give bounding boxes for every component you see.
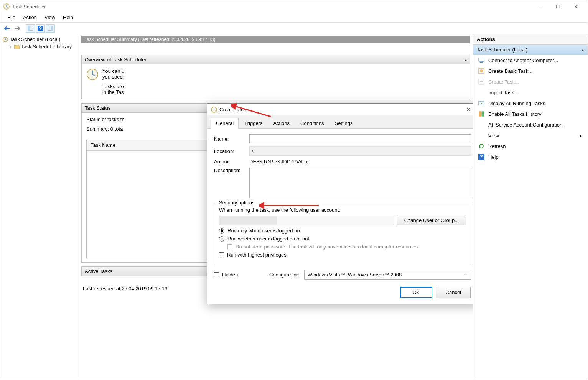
when-running-label: When running the task, use the following… — [219, 207, 466, 213]
tab-conditions[interactable]: Conditions — [295, 118, 329, 128]
security-legend: Security options — [217, 200, 256, 206]
configure-for-select[interactable]: Windows Vista™, Windows Server™ 2008 — [304, 270, 471, 280]
forward-button[interactable] — [13, 24, 22, 33]
radio-run-logged-on-label: Run only when user is logged on — [227, 228, 300, 234]
action-display-running-label: Display All Running Tasks — [488, 100, 545, 106]
change-user-button[interactable]: Change User or Group... — [397, 215, 466, 225]
titlebar: Task Scheduler — ☐ ✕ — [0, 0, 588, 13]
submenu-arrow-icon: ▸ — [580, 133, 582, 138]
author-label: Author: — [214, 159, 245, 165]
tab-actions[interactable]: Actions — [268, 118, 295, 128]
no-store-password-label: Do not store password. The task will onl… — [236, 244, 419, 250]
user-account-display — [219, 216, 394, 225]
checkbox-no-store-password — [227, 244, 232, 249]
expander-icon[interactable]: ▷ — [9, 44, 13, 49]
menu-help[interactable]: Help — [59, 13, 77, 21]
svg-rect-28 — [482, 112, 484, 116]
overview-line1: You can u — [102, 68, 124, 74]
configure-for-value: Windows Vista™, Windows Server™ 2008 — [308, 272, 402, 278]
computer-icon — [478, 57, 484, 63]
actions-pane: Actions Task Scheduler (Local) ▴ Connect… — [473, 34, 588, 380]
description-input[interactable] — [249, 168, 471, 198]
tab-row: General Triggers Actions Conditions Sett… — [207, 115, 473, 129]
dialog-title-text: Create Task — [219, 107, 463, 112]
back-button[interactable] — [3, 24, 12, 33]
action-at-config-label: AT Service Account Configuration — [488, 122, 562, 128]
highest-privileges-label: Run with highest privileges — [227, 252, 287, 258]
menu-action[interactable]: Action — [19, 13, 41, 21]
action-help[interactable]: ? Help — [473, 151, 588, 162]
action-help-label: Help — [488, 154, 499, 160]
configure-for-label: Configure for: — [269, 272, 300, 278]
action-at-config[interactable]: AT Service Account Configuration — [473, 119, 588, 130]
action-connect-label: Connect to Another Computer... — [488, 58, 558, 63]
action-view[interactable]: View ▸ — [473, 130, 588, 141]
close-button[interactable]: ✕ — [567, 0, 585, 13]
radio-run-logged-on[interactable] — [219, 228, 224, 234]
task-status-title: Task Status — [85, 105, 110, 111]
tab-general[interactable]: General — [211, 118, 239, 129]
create-task-dialog: Create Task ✕ General Triggers Actions C… — [207, 103, 473, 304]
svg-rect-8 — [51, 26, 53, 31]
svg-rect-27 — [479, 112, 481, 116]
minimize-button[interactable]: — — [532, 0, 549, 13]
show-hide-actions-button[interactable] — [46, 24, 55, 33]
tab-settings[interactable]: Settings — [330, 118, 358, 128]
tree-library[interactable]: ▷ Task Scheduler Library — [2, 43, 77, 50]
action-create-task[interactable]: Create Task... — [473, 76, 588, 87]
radio-run-whether[interactable] — [219, 236, 224, 242]
menu-view[interactable]: View — [41, 13, 59, 21]
maximize-button[interactable]: ☐ — [549, 0, 567, 13]
window-title: Task Scheduler — [12, 4, 532, 10]
action-connect[interactable]: Connect to Another Computer... — [473, 55, 588, 66]
task-basic-icon — [478, 68, 484, 74]
show-hide-tree-button[interactable] — [26, 24, 35, 33]
overview-line2: you speci — [102, 74, 124, 80]
help-toolbar-button[interactable]: ? — [36, 24, 45, 33]
overview-title: Overview of Task Scheduler — [85, 57, 147, 63]
collapse-up-icon[interactable]: ▴ — [465, 58, 467, 62]
task-icon — [478, 79, 484, 85]
tree-library-label: Task Scheduler Library — [21, 44, 72, 49]
action-import-label: Import Task... — [488, 90, 518, 95]
action-view-label: View — [488, 133, 499, 138]
cancel-button[interactable]: Cancel — [436, 287, 471, 298]
svg-rect-4 — [28, 26, 30, 31]
action-refresh[interactable]: Refresh — [473, 141, 588, 151]
menu-file[interactable]: File — [3, 13, 19, 21]
action-enable-history-label: Enable All Tasks History — [488, 111, 542, 117]
tab-triggers[interactable]: Triggers — [239, 118, 267, 128]
dialog-close-button[interactable]: ✕ — [463, 106, 473, 113]
clock-icon — [86, 68, 99, 81]
action-create-basic[interactable]: Create Basic Task... — [473, 66, 588, 76]
name-input[interactable] — [249, 134, 471, 143]
clock-icon — [211, 107, 217, 113]
last-refreshed-label: Last refreshed at 25.04.2019 09:17:13 — [83, 286, 167, 291]
action-import[interactable]: Import Task... — [473, 87, 588, 98]
checkbox-hidden[interactable] — [214, 272, 219, 277]
tree-pane: Task Scheduler (Local) ▷ Task Scheduler … — [0, 34, 79, 380]
security-options-group: Security options When running the task, … — [214, 203, 471, 264]
refresh-icon — [478, 143, 484, 149]
tree-root[interactable]: Task Scheduler (Local) — [2, 36, 77, 43]
location-value: \ — [249, 146, 471, 156]
svg-rect-20 — [479, 58, 484, 61]
action-display-running[interactable]: Display All Running Tasks — [473, 98, 588, 109]
collapse-up-icon: ▴ — [582, 48, 584, 52]
ok-button[interactable]: OK — [400, 287, 432, 298]
action-enable-history[interactable]: Enable All Tasks History — [473, 109, 588, 119]
tree-root-label: Task Scheduler (Local) — [10, 36, 60, 42]
checkbox-highest-privileges[interactable] — [219, 252, 224, 257]
clock-icon — [3, 37, 8, 42]
summary-header: Task Scheduler Summary (Last refreshed: … — [81, 36, 470, 43]
description-label: Description: — [214, 168, 245, 173]
active-tasks-title: Active Tasks — [85, 268, 112, 274]
actions-section[interactable]: Task Scheduler (Local) ▴ — [473, 45, 588, 55]
radio-run-whether-label: Run whether user is logged on or not — [227, 236, 309, 242]
help-icon: ? — [478, 154, 484, 160]
center-pane: Task Scheduler Summary (Last refreshed: … — [79, 34, 473, 380]
toolbar: ? — [0, 23, 588, 34]
svg-text:?: ? — [480, 154, 483, 160]
actions-header: Actions — [473, 34, 588, 45]
svg-point-23 — [480, 69, 483, 72]
